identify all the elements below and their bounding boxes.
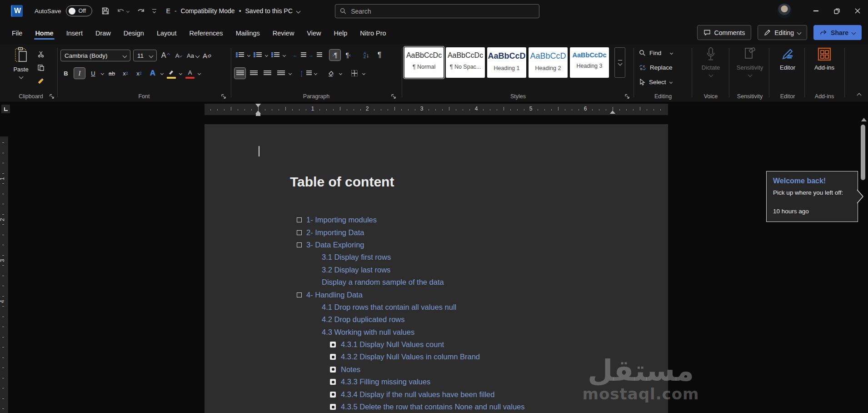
select-button[interactable]: Select (639, 79, 672, 86)
toc-link[interactable]: 2- Importing Data (306, 228, 364, 237)
styles-dialog-launcher[interactable] (625, 94, 630, 99)
restore-button[interactable] (826, 0, 847, 22)
format-painter-button[interactable] (35, 76, 46, 87)
collapse-square-icon[interactable] (297, 217, 302, 222)
numbering-button[interactable] (252, 50, 263, 60)
tab-view[interactable]: View (300, 25, 327, 41)
sensitivity-button[interactable]: Sensitivity (735, 47, 764, 76)
style-card--normal[interactable]: AaBbCcDc¶ Normal (404, 47, 444, 78)
underline-button[interactable]: U (88, 68, 99, 79)
underline-dropdown-icon[interactable] (101, 71, 104, 75)
toc-link[interactable]: 4.3.2 Display Null Values in column Bran… (341, 353, 480, 361)
customize-quick-access-button[interactable] (152, 9, 156, 13)
font-dialog-launcher[interactable] (221, 94, 226, 99)
numbering-dropdown-icon[interactable] (265, 53, 268, 56)
style-card--no-spac-[interactable]: AaBbCcDc¶ No Spac... (446, 47, 485, 78)
highlight-button[interactable] (166, 68, 177, 79)
tab-design[interactable]: Design (117, 25, 150, 41)
dictate-button[interactable]: Dictate (699, 47, 723, 76)
document-title-chip[interactable]: E - Compatibility Mode • Saved to this P… (166, 7, 300, 15)
tab-help[interactable]: Help (328, 25, 354, 41)
style-card-heading-2[interactable]: AaBbCcDHeading 2 (529, 47, 568, 78)
toc-link[interactable]: 4- Handling Data (306, 291, 363, 299)
search-box[interactable] (335, 4, 539, 18)
shrink-font-button[interactable]: A (173, 50, 184, 61)
increase-indent-button[interactable]: → (309, 50, 322, 60)
tab-mailings[interactable]: Mailings (229, 25, 266, 41)
toc-link[interactable]: 3.1 Display first rows (322, 253, 391, 262)
user-avatar[interactable] (777, 4, 792, 18)
multilevel-dropdown-icon[interactable] (283, 53, 286, 56)
tab-draw[interactable]: Draw (89, 25, 117, 41)
clipboard-dialog-launcher[interactable] (50, 94, 55, 99)
copy-button[interactable] (35, 62, 46, 73)
toc-link[interactable]: 1- Importing modules (306, 216, 377, 224)
paragraph-dialog-launcher[interactable] (391, 94, 396, 99)
tab-review[interactable]: Review (266, 25, 301, 41)
first-line-indent-marker[interactable] (255, 104, 261, 107)
text-effects-dropdown-icon[interactable] (160, 71, 164, 75)
toc-link[interactable]: Display a random sample of the data (322, 278, 444, 287)
cut-button[interactable] (35, 49, 46, 60)
tab-layout[interactable]: Layout (150, 25, 183, 41)
tab-insert[interactable]: Insert (60, 25, 89, 41)
toc-link[interactable]: 4.1 Drop rows that contain all values nu… (322, 303, 456, 312)
editing-mode-button[interactable]: Editing (758, 25, 807, 40)
search-input[interactable] (351, 8, 534, 15)
find-button[interactable]: Find (639, 50, 673, 56)
bullets-dropdown-icon[interactable] (247, 53, 250, 56)
line-spacing-button[interactable]: ↑↓ (300, 68, 312, 79)
collapse-square-icon[interactable] (297, 230, 302, 235)
share-button[interactable]: Share (813, 25, 862, 40)
welcome-time-link[interactable]: 10 hours ago (773, 208, 851, 215)
shading-dropdown-icon[interactable] (339, 71, 342, 75)
line-spacing-dropdown-icon[interactable] (314, 71, 317, 75)
subscript-button[interactable]: x2 (120, 68, 131, 79)
clear-formatting-button[interactable]: A (202, 50, 213, 61)
tab-selector[interactable] (1, 105, 10, 113)
toc-link[interactable]: 3.2 Display last rows (322, 266, 390, 274)
addins-button[interactable]: Add-ins (813, 47, 836, 71)
strikethrough-button[interactable]: ab (106, 68, 117, 79)
justify-dropdown-icon[interactable] (289, 71, 292, 75)
replace-button[interactable]: bc Replace (639, 64, 673, 71)
multilevel-list-button[interactable] (270, 50, 281, 60)
toc-link[interactable]: 4.3.5 Delete the row that contains None … (341, 403, 525, 411)
right-indent-marker[interactable] (610, 111, 615, 114)
toc-link[interactable]: 4.2 Drop duplicated rows (322, 315, 405, 324)
tab-references[interactable]: References (183, 25, 229, 41)
font-color-button[interactable]: A (185, 68, 195, 79)
style-card-heading-1[interactable]: AaBbCcDHeading 1 (487, 47, 526, 78)
autosave-toggle[interactable]: Off (66, 5, 92, 16)
align-left-button[interactable] (234, 68, 245, 79)
comments-button[interactable]: Comments (697, 25, 752, 40)
toc-link[interactable]: 3- Data Exploring (306, 241, 364, 249)
bold-button[interactable]: B (60, 68, 71, 79)
tab-home[interactable]: Home (29, 25, 60, 41)
toc-link[interactable]: Notes (341, 365, 360, 374)
document-heading[interactable]: Table of content (290, 174, 394, 190)
superscript-button[interactable]: x2 (134, 68, 145, 79)
title-dropdown-icon[interactable] (296, 9, 300, 13)
collapse-square-icon[interactable] (297, 292, 302, 297)
ltr-direction-button[interactable]: ›¶ (329, 50, 340, 60)
tab-file[interactable]: File (5, 25, 29, 41)
document-page[interactable]: Table of content 1- Importing modules2- … (205, 124, 668, 413)
toc-link[interactable]: 4.3.4 Display if the null values have be… (341, 390, 494, 399)
bullets-button[interactable] (234, 50, 245, 60)
change-case-button[interactable]: Aa (187, 50, 199, 61)
borders-dropdown-icon[interactable] (362, 71, 365, 75)
save-button[interactable] (101, 7, 110, 15)
word-logo-icon[interactable]: W (11, 5, 23, 17)
style-card-heading-3[interactable]: AaBbCcDcHeading 3 (570, 47, 609, 78)
highlight-dropdown-icon[interactable] (179, 71, 182, 75)
redo-button[interactable] (136, 7, 145, 15)
rtl-direction-button[interactable]: ¶‹ (343, 50, 354, 60)
font-color-dropdown-icon[interactable] (198, 71, 201, 75)
toc-link[interactable]: 4.3.1 Display Null Values count (341, 340, 444, 349)
paste-button[interactable]: Paste (9, 47, 33, 78)
ruler-horizontal[interactable]: 123456 (205, 104, 668, 115)
toc-link[interactable]: 4.3 Working with null values (322, 328, 414, 337)
justify-button[interactable] (275, 68, 286, 79)
sort-button[interactable]: AZ↓ (361, 50, 372, 60)
